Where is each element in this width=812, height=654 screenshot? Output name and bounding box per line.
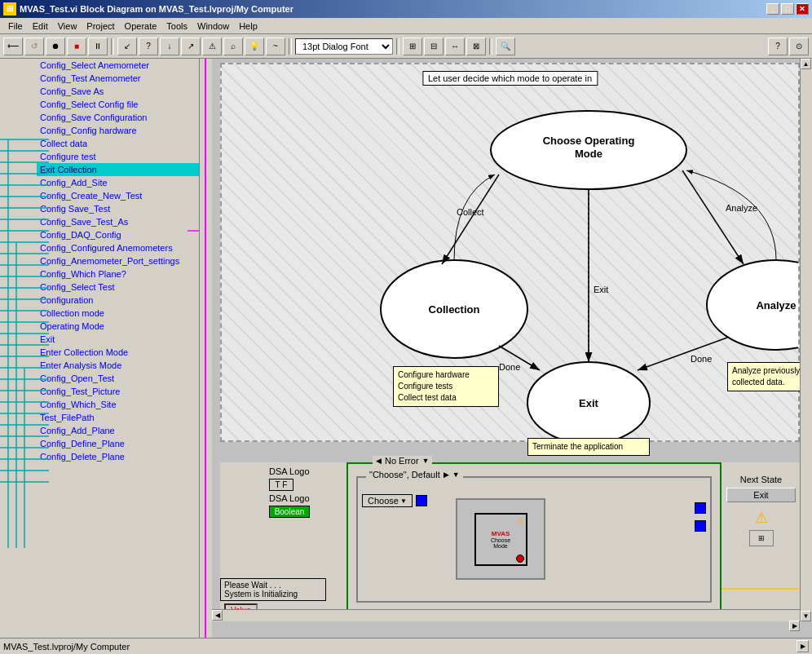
left-item-config-add-site[interactable]: Config_Add_Site <box>37 176 199 189</box>
pause-button[interactable]: ⏸ <box>88 38 108 55</box>
run-continuous-button[interactable]: ⏺ <box>46 38 65 55</box>
distribute-button[interactable]: ⊟ <box>424 38 444 55</box>
left-item-enter-collection-mode[interactable]: Enter Collection Mode <box>37 346 199 359</box>
step-out-button[interactable]: ↗ <box>181 38 201 55</box>
left-item-enter-analysis-mode[interactable]: Enter Analysis Mode <box>37 359 199 372</box>
choose-default-header[interactable]: "Choose", Default ▶ ▼ <box>366 470 463 479</box>
extra-button[interactable]: ⊙ <box>789 38 809 55</box>
left-item-config-which-site[interactable]: Config_Which_Site <box>37 398 199 411</box>
help-button[interactable]: ? <box>139 38 158 55</box>
main-area: Config_Select Anemometer Config_Test Ane… <box>0 59 812 638</box>
tf-indicator: T F <box>269 479 293 491</box>
left-item-config-add-plane[interactable]: Config_Add_Plane <box>37 424 199 437</box>
run-button[interactable]: ↺ <box>24 38 44 55</box>
scrollbar-h[interactable]: ◀ ▶ <box>212 609 800 621</box>
left-item-config-anemometer-port[interactable]: Config_Anemometer_Port_settings <box>37 254 199 267</box>
left-item-configuration[interactable]: Configuration <box>37 294 199 307</box>
menu-operate[interactable]: Operate <box>120 20 162 33</box>
status-bar: MVAS_Test.lvproj/My Computer ▶ <box>0 638 812 654</box>
warn-button[interactable]: ⚠ <box>202 38 222 55</box>
highlight-button[interactable]: 💡 <box>245 38 264 55</box>
right-content: Let user decide which mode to operate in… <box>212 59 812 638</box>
maximize-button[interactable]: □ <box>781 3 794 15</box>
left-item-config-configured-anemometers[interactable]: Config_Configured Anemometers <box>37 241 199 254</box>
scrollbar-v[interactable]: ▲ ▼ <box>800 59 812 621</box>
svg-text:Analyze: Analyze <box>756 299 796 312</box>
please-wait-box: Please Wait . . .System is Initializing <box>220 578 326 601</box>
left-item-test-filepath[interactable]: Test_FilePath <box>37 411 199 424</box>
run-back-button[interactable]: ⟵ <box>3 38 23 55</box>
find-button[interactable]: ⌕ <box>223 38 243 55</box>
resize-button[interactable]: ↔ <box>445 38 465 55</box>
window-controls[interactable]: _ □ ✕ <box>766 3 809 15</box>
menu-tools[interactable]: Tools <box>161 20 192 33</box>
left-item-operating-mode[interactable]: Operating Mode <box>37 320 199 333</box>
left-panel: Config_Select Anemometer Config_Test Ane… <box>0 59 200 638</box>
scroll-right-button[interactable]: ▶ <box>789 621 800 631</box>
connector-icon: ⊞ <box>758 534 765 542</box>
left-item-config-select-anemometer[interactable]: Config_Select Anemometer <box>37 59 199 72</box>
minimize-button[interactable]: _ <box>766 3 779 15</box>
boolean-indicator: Boolean <box>269 506 310 518</box>
choose-default-label: "Choose", Default <box>369 470 440 479</box>
left-item-config-open-test[interactable]: Config_Open_Test <box>37 372 199 385</box>
retain-wire-button[interactable]: ~ <box>266 38 285 55</box>
left-item-configure-test[interactable]: Configure test <box>37 150 199 163</box>
mvas-vi-icon[interactable]: MVAS Choose Mode ⚠ <box>474 513 527 566</box>
svg-text:Exit: Exit <box>594 285 608 294</box>
dsa-logo-label2: DSA Logo <box>269 493 310 503</box>
left-item-config-test-anemometer[interactable]: Config_Test Anemometer <box>37 72 199 85</box>
left-item-config-delete-plane[interactable]: Config_Delete_Plane <box>37 450 199 463</box>
menu-bar: File Edit View Project Operate Tools Win… <box>0 18 812 34</box>
left-items-list: Config_Select Anemometer Config_Test Ane… <box>37 59 199 463</box>
menu-window[interactable]: Window <box>192 20 234 33</box>
abort-button[interactable]: ■ <box>67 38 86 55</box>
scroll-left-button[interactable]: ◀ <box>212 610 223 621</box>
step-into-button[interactable]: ↙ <box>117 38 137 55</box>
menu-project[interactable]: Project <box>82 20 119 33</box>
step-over-button[interactable]: ↓ <box>160 38 179 55</box>
toolbar-separator-1 <box>111 38 114 55</box>
left-item-config-save-test[interactable]: Config Save_Test <box>37 202 199 215</box>
scroll-down-button[interactable]: ▼ <box>801 611 811 621</box>
svg-text:Done: Done <box>691 354 712 364</box>
error-state-box: ◀ No Error ▼ "Choose", Default ▶ ▼ Choos… <box>346 462 722 613</box>
toolbar-help-button[interactable]: ? <box>768 38 788 55</box>
left-item-config-test-picture[interactable]: Config_Test_Picture <box>37 385 199 398</box>
status-scroll-button[interactable]: ▶ <box>797 640 809 652</box>
next-state-value[interactable]: Exit <box>726 488 796 502</box>
left-item-config-define-plane[interactable]: Config_Define_Plane <box>37 437 199 450</box>
left-item-config-daq-config[interactable]: Config_DAQ_Config <box>37 228 199 241</box>
left-item-config-select-config[interactable]: Config_Select Config file <box>37 98 199 111</box>
left-item-config-which-plane[interactable]: Config_Which Plane? <box>37 267 199 281</box>
menu-edit[interactable]: Edit <box>28 20 53 33</box>
menu-help[interactable]: Help <box>234 20 263 33</box>
scroll-up-button[interactable]: ▲ <box>801 59 811 69</box>
exit-info-text: Terminate the application <box>532 442 623 451</box>
left-item-config-save-as[interactable]: Config_Save As <box>37 85 199 98</box>
left-item-config-save-test-as[interactable]: Config_Save_Test_As <box>37 215 199 228</box>
left-item-config-select-test[interactable]: Config_Select Test <box>37 281 199 294</box>
state-machine-svg: Choose Operating Mode Collection Analyze… <box>222 64 798 440</box>
zoom-button[interactable]: 🔍 <box>496 38 515 55</box>
left-item-exit[interactable]: Exit <box>37 333 199 346</box>
choose-dropdown[interactable]: Choose ▼ <box>362 494 413 507</box>
left-item-exit-collection[interactable]: Exit Collection <box>37 163 199 176</box>
app-icon: ⊞ <box>3 2 16 15</box>
reorder-button[interactable]: ⊠ <box>466 38 486 55</box>
left-item-config-save-configuration[interactable]: Config_Save Configuration <box>37 111 199 124</box>
left-item-config-config-hardware[interactable]: Config_Config hardware <box>37 124 199 137</box>
left-item-config-create-new-test[interactable]: Config_Create_New_Test <box>37 189 199 202</box>
right-connectors <box>695 502 706 532</box>
menu-file[interactable]: File <box>3 20 28 33</box>
close-button[interactable]: ✕ <box>796 3 809 15</box>
no-error-selector[interactable]: ◀ No Error ▼ <box>373 456 432 466</box>
menu-view[interactable]: View <box>53 20 82 33</box>
svg-text:Collection: Collection <box>429 303 480 316</box>
next-state-label: Next State <box>726 475 796 484</box>
align-button[interactable]: ⊞ <box>403 38 422 55</box>
font-selector[interactable]: 13pt Dialog Font <box>295 38 393 55</box>
left-item-collect-data[interactable]: Collect data <box>37 137 199 150</box>
toolbar-separator-2 <box>289 38 292 55</box>
left-item-collection-mode[interactable]: Collection mode <box>37 307 199 320</box>
